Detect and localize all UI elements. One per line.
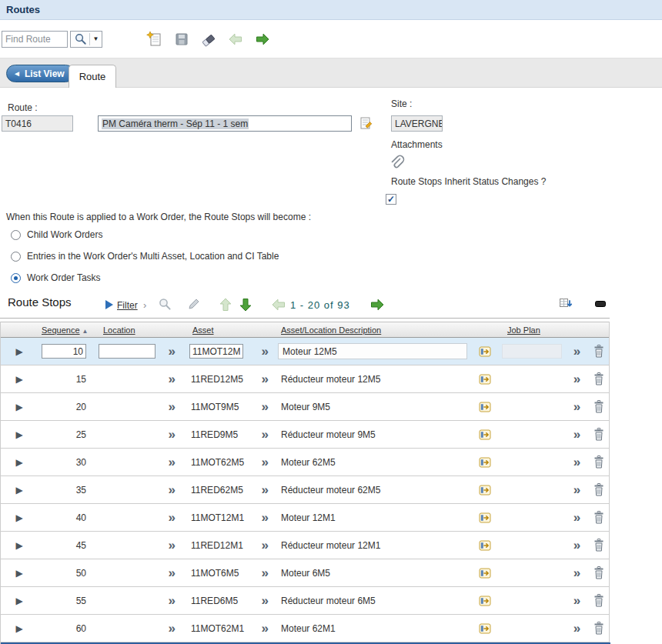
move-down-icon[interactable] (238, 297, 253, 312)
download-icon[interactable] (559, 297, 573, 309)
delete-row-icon[interactable] (593, 510, 605, 525)
radio-icon[interactable] (11, 252, 21, 262)
next-page-icon[interactable] (369, 297, 385, 312)
radio-icon[interactable] (11, 273, 21, 283)
row-expander[interactable]: ▶ (1, 623, 38, 634)
location-detail-chevron-icon[interactable]: » (169, 345, 176, 358)
table-row[interactable]: ▶ 25 » 11RED9M5» Réducteur moteur 9M5 » (1, 421, 609, 449)
jobplan-detail-chevron-icon[interactable]: » (573, 566, 580, 579)
asset-detail-chevron-icon[interactable]: » (262, 428, 269, 441)
filter-expand-icon[interactable] (105, 300, 113, 312)
row-expander[interactable]: ▶ (1, 540, 38, 551)
row-expander[interactable]: ▶ (1, 402, 38, 412)
delete-row-icon[interactable] (593, 399, 605, 414)
row-expander[interactable]: ▶ (1, 346, 38, 357)
description-field[interactable]: Moteur 12M5 (278, 343, 467, 359)
location-detail-chevron-icon[interactable]: » (169, 372, 176, 385)
location-detail-chevron-icon[interactable]: » (169, 566, 176, 579)
table-row-selected[interactable]: ▶ » » Moteur 12M5 » (1, 338, 609, 365)
minimize-table-icon[interactable] (595, 301, 606, 307)
jobplan-detail-chevron-icon[interactable]: » (573, 539, 580, 552)
long-description-icon[interactable] (359, 116, 373, 130)
clear-changes-icon[interactable] (199, 30, 218, 48)
asset-detail-chevron-icon[interactable]: » (262, 511, 269, 524)
detail-menu-icon[interactable] (478, 511, 492, 525)
jobplan-detail-chevron-icon[interactable]: » (573, 345, 580, 358)
jobplan-detail-chevron-icon[interactable]: » (573, 455, 580, 469)
row-expander[interactable]: ▶ (1, 429, 38, 440)
delete-row-icon[interactable] (593, 566, 605, 580)
location-detail-chevron-icon[interactable]: » (169, 511, 176, 524)
table-row[interactable]: ▶ 20 » 11MOT9M5» Moteur 9M5 » (1, 393, 609, 421)
find-route-input[interactable] (2, 31, 68, 48)
jobplan-detail-chevron-icon[interactable]: » (573, 483, 580, 496)
table-row[interactable]: ▶ 35 » 11RED62M5» Réducteur moteur 62M5 … (1, 476, 609, 504)
asset-detail-chevron-icon[interactable]: » (262, 483, 269, 496)
table-row[interactable]: ▶ 40 » 11MOT12M1» Moteur 12M1 » (1, 504, 609, 532)
inherit-status-checkbox[interactable]: ✓ (386, 194, 396, 205)
delete-row-icon[interactable] (593, 621, 605, 636)
location-input[interactable] (99, 344, 155, 359)
column-header-sequence[interactable]: Sequence▲ (38, 325, 89, 335)
table-row[interactable]: ▶ 60 » 11MOT62M1» Moteur 62M1 » (1, 615, 609, 642)
jobplan-detail-chevron-icon[interactable]: » (573, 372, 580, 385)
column-header-location[interactable]: Location (89, 325, 183, 335)
location-detail-chevron-icon[interactable]: » (169, 622, 176, 635)
radio-work-order-tasks[interactable]: Work Order Tasks (11, 272, 101, 283)
radio-child-work-orders[interactable]: Child Work Orders (11, 229, 102, 240)
filter-link[interactable]: Filter (117, 300, 138, 311)
detail-menu-icon[interactable] (478, 428, 492, 442)
row-expander[interactable]: ▶ (1, 568, 38, 579)
location-detail-chevron-icon[interactable]: » (169, 455, 176, 469)
list-view-button[interactable]: ◄ List View (6, 65, 75, 82)
detail-menu-icon[interactable] (478, 622, 492, 636)
detail-menu-icon[interactable] (478, 539, 492, 552)
route-description-field[interactable]: PM Caméra therm - Sép 11 - 1 sem (98, 115, 352, 132)
asset-detail-chevron-icon[interactable]: » (262, 372, 269, 385)
new-route-icon[interactable] (145, 30, 164, 48)
delete-row-icon[interactable] (593, 344, 605, 359)
row-expander[interactable]: ▶ (1, 596, 38, 606)
location-detail-chevron-icon[interactable]: » (169, 428, 176, 441)
row-expander[interactable]: ▶ (1, 457, 38, 468)
delete-row-icon[interactable] (593, 372, 605, 386)
row-expander[interactable]: ▶ (1, 512, 38, 523)
prev-page-icon[interactable] (271, 297, 286, 312)
table-row[interactable]: ▶ 50 » 11MOT6M5» Moteur 6M5 » (1, 559, 609, 587)
asset-detail-chevron-icon[interactable]: » (262, 345, 269, 358)
location-detail-chevron-icon[interactable]: » (169, 483, 176, 496)
delete-row-icon[interactable] (593, 427, 605, 442)
detail-menu-icon[interactable] (478, 455, 492, 469)
jobplan-detail-chevron-icon[interactable]: » (573, 428, 580, 441)
radio-multi-asset-entries[interactable]: Entries in the Work Order's Multi Asset,… (11, 251, 279, 262)
jobplan-field[interactable] (502, 344, 562, 359)
location-detail-chevron-icon[interactable]: » (169, 400, 176, 413)
detail-menu-icon[interactable] (478, 566, 492, 580)
jobplan-detail-chevron-icon[interactable]: » (573, 594, 580, 607)
route-id-field[interactable]: T0416 (2, 115, 73, 132)
tab-route[interactable]: Route (69, 65, 116, 88)
asset-detail-chevron-icon[interactable]: » (262, 400, 269, 413)
jobplan-detail-chevron-icon[interactable]: » (573, 511, 580, 524)
delete-row-icon[interactable] (593, 482, 605, 497)
asset-detail-chevron-icon[interactable]: » (262, 622, 269, 635)
table-row[interactable]: ▶ 55 » 11RED6M5» Réducteur moteur 6M5 » (1, 587, 609, 615)
asset-detail-chevron-icon[interactable]: » (262, 539, 269, 552)
detail-menu-icon[interactable] (478, 594, 492, 608)
delete-row-icon[interactable] (593, 593, 605, 608)
column-header-job-plan[interactable]: Job Plan (497, 325, 567, 335)
location-detail-chevron-icon[interactable]: » (169, 594, 176, 607)
row-expander[interactable]: ▶ (1, 485, 38, 496)
search-rows-icon[interactable] (158, 297, 172, 311)
column-header-description[interactable]: Asset/Location Description (274, 325, 472, 335)
jobplan-detail-chevron-icon[interactable]: » (573, 622, 580, 635)
attachments-paperclip-icon[interactable] (389, 155, 405, 171)
table-row[interactable]: ▶ 45 » 11RED12M1» Réducteur moteur 12M1 … (1, 532, 609, 559)
sequence-input[interactable] (42, 344, 86, 359)
row-expander[interactable]: ▶ (1, 374, 38, 385)
table-row[interactable]: ▶ 30 » 11MOT62M5» Moteur 62M5 » (1, 449, 609, 476)
asset-input[interactable] (189, 344, 243, 359)
move-up-icon[interactable] (218, 297, 233, 312)
asset-detail-chevron-icon[interactable]: » (262, 594, 269, 607)
asset-detail-chevron-icon[interactable]: » (262, 455, 269, 469)
